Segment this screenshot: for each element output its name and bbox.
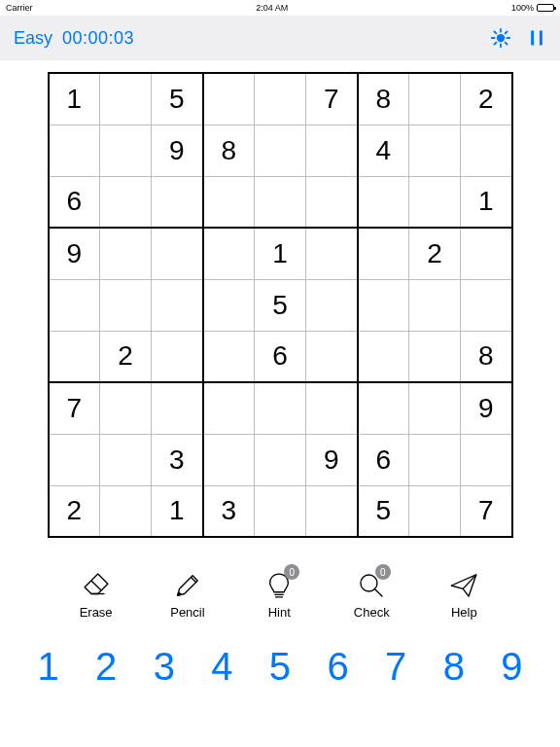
cell-r7-c6[interactable]: 6 [358, 434, 409, 485]
cell-r1-c1[interactable] [100, 124, 152, 176]
cell-r1-c4[interactable] [255, 124, 306, 176]
cell-r5-c2[interactable] [152, 331, 203, 382]
cell-r1-c6[interactable]: 4 [358, 124, 409, 176]
cell-r0-c1[interactable] [100, 73, 152, 124]
cell-r4-c7[interactable] [409, 279, 461, 331]
cell-r0-c5[interactable]: 7 [306, 73, 358, 124]
cell-r2-c3[interactable] [203, 176, 255, 228]
cell-r1-c3[interactable]: 8 [203, 124, 255, 176]
pause-button[interactable] [527, 28, 546, 48]
cell-r4-c1[interactable] [100, 279, 152, 331]
theme-button[interactable] [490, 27, 511, 49]
cell-r3-c1[interactable] [100, 228, 152, 279]
cell-r1-c8[interactable] [461, 124, 512, 176]
cell-r4-c2[interactable] [152, 279, 203, 331]
cell-r5-c4[interactable]: 6 [255, 331, 306, 382]
cell-r5-c6[interactable] [358, 331, 409, 382]
cell-r6-c4[interactable] [255, 382, 306, 434]
cell-r2-c4[interactable] [255, 176, 306, 228]
numpad-9[interactable]: 9 [488, 645, 535, 689]
cell-r0-c4[interactable] [255, 73, 306, 124]
cell-r5-c1[interactable]: 2 [100, 331, 152, 382]
cell-r3-c2[interactable] [152, 228, 203, 279]
cell-r8-c0[interactable]: 2 [49, 485, 100, 537]
cell-r2-c0[interactable]: 6 [49, 176, 100, 228]
cell-r8-c4[interactable] [255, 485, 306, 537]
cell-r7-c7[interactable] [409, 434, 461, 485]
cell-r1-c7[interactable] [409, 124, 461, 176]
cell-r0-c2[interactable]: 5 [152, 73, 203, 124]
cell-r4-c0[interactable] [49, 279, 100, 331]
cell-r6-c8[interactable]: 9 [461, 382, 512, 434]
cell-r0-c7[interactable] [409, 73, 461, 124]
cell-r2-c6[interactable] [358, 176, 409, 228]
difficulty-button[interactable]: Easy [14, 28, 52, 49]
cell-r6-c0[interactable]: 7 [49, 382, 100, 434]
cell-r3-c0[interactable]: 9 [49, 228, 100, 279]
cell-r7-c0[interactable] [49, 434, 100, 485]
pencil-button[interactable]: Pencil [170, 569, 204, 620]
cell-r6-c3[interactable] [203, 382, 255, 434]
help-button[interactable]: Help [447, 569, 480, 620]
cell-r4-c3[interactable] [203, 279, 255, 331]
cell-r8-c8[interactable]: 7 [461, 485, 512, 537]
numpad-7[interactable]: 7 [372, 645, 419, 689]
cell-r4-c4[interactable]: 5 [255, 279, 306, 331]
hint-button[interactable]: 0 Hint [262, 569, 296, 620]
cell-r7-c2[interactable]: 3 [152, 434, 203, 485]
cell-r8-c5[interactable] [306, 485, 358, 537]
cell-r5-c0[interactable] [49, 331, 100, 382]
cell-r7-c3[interactable] [203, 434, 255, 485]
cell-r6-c6[interactable] [358, 382, 409, 434]
cell-r8-c6[interactable]: 5 [358, 485, 409, 537]
cell-r8-c7[interactable] [409, 485, 461, 537]
cell-r3-c8[interactable] [461, 228, 512, 279]
cell-r2-c1[interactable] [100, 176, 152, 228]
cell-r7-c5[interactable]: 9 [306, 434, 358, 485]
cell-r8-c2[interactable]: 1 [152, 485, 203, 537]
check-button[interactable]: 0 Check [354, 569, 390, 620]
cell-r1-c5[interactable] [306, 124, 358, 176]
numpad-4[interactable]: 4 [198, 645, 245, 689]
numpad-6[interactable]: 6 [315, 645, 362, 689]
cell-r0-c6[interactable]: 8 [358, 73, 409, 124]
cell-r2-c7[interactable] [409, 176, 461, 228]
cell-r6-c7[interactable] [409, 382, 461, 434]
cell-r5-c7[interactable] [409, 331, 461, 382]
numpad-8[interactable]: 8 [431, 645, 477, 689]
cell-r5-c5[interactable] [306, 331, 358, 382]
cell-r5-c8[interactable]: 8 [461, 331, 512, 382]
numpad-5[interactable]: 5 [257, 645, 303, 689]
cell-r7-c1[interactable] [100, 434, 152, 485]
cell-r4-c8[interactable] [461, 279, 512, 331]
cell-r7-c8[interactable] [461, 434, 512, 485]
cell-r1-c0[interactable] [49, 124, 100, 176]
cell-r3-c7[interactable]: 2 [409, 228, 461, 279]
cell-r3-c6[interactable] [358, 228, 409, 279]
cell-r3-c5[interactable] [306, 228, 358, 279]
cell-r7-c4[interactable] [255, 434, 306, 485]
numpad-1[interactable]: 1 [25, 645, 72, 689]
cell-r2-c8[interactable]: 1 [461, 176, 512, 228]
cell-r6-c2[interactable] [152, 382, 203, 434]
cell-r8-c1[interactable] [100, 485, 152, 537]
cell-r0-c3[interactable] [203, 73, 255, 124]
cell-r0-c8[interactable]: 2 [461, 73, 512, 124]
cell-r5-c3[interactable] [203, 331, 255, 382]
cell-r3-c4[interactable]: 1 [255, 228, 306, 279]
cell-r1-c2[interactable]: 9 [152, 124, 203, 176]
cell-r0-c0[interactable]: 1 [49, 73, 100, 124]
numpad-3[interactable]: 3 [141, 645, 188, 689]
cell-r3-c3[interactable] [203, 228, 255, 279]
cell-r4-c5[interactable] [306, 279, 358, 331]
cell-r6-c1[interactable] [100, 382, 152, 434]
cell-r2-c5[interactable] [306, 176, 358, 228]
cell-r6-c5[interactable] [306, 382, 358, 434]
erase-button[interactable]: Erase [80, 569, 113, 620]
cell-r4-c6[interactable] [358, 279, 409, 331]
battery-icon [537, 4, 554, 12]
pencil-icon [171, 569, 204, 602]
cell-r2-c2[interactable] [152, 176, 203, 228]
numpad-2[interactable]: 2 [83, 645, 129, 689]
cell-r8-c3[interactable]: 3 [203, 485, 255, 537]
